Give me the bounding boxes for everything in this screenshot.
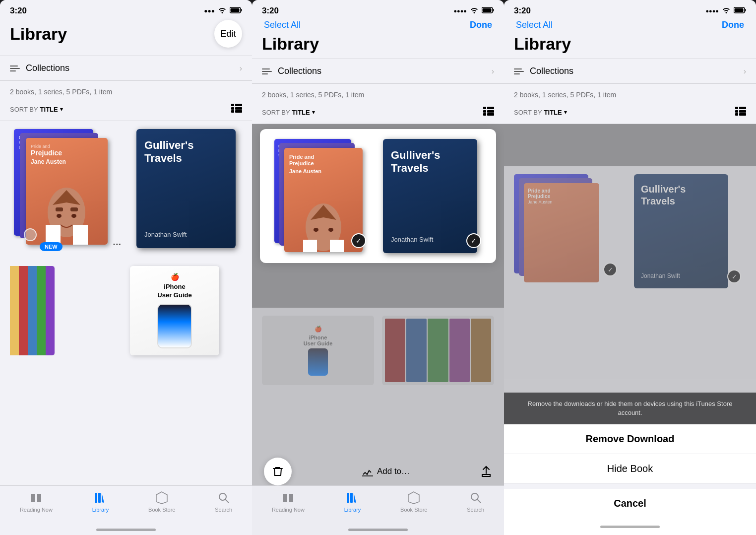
- tab-search[interactable]: Search: [215, 491, 232, 513]
- list-view-toggle-3[interactable]: [735, 107, 746, 118]
- svg-line-20: [225, 499, 229, 503]
- tab-bar-1: Reading Now Library Book Store Search: [0, 485, 252, 535]
- svg-rect-43: [735, 8, 744, 12]
- book-iphone-guide[interactable]: 🍎 iPhoneUser Guide: [130, 266, 219, 355]
- delete-button[interactable]: [264, 458, 292, 485]
- edit-button[interactable]: Edit: [214, 20, 242, 48]
- svg-rect-3: [231, 104, 234, 106]
- svg-rect-17: [95, 493, 97, 503]
- svg-rect-49: [739, 113, 746, 116]
- svg-rect-22: [493, 9, 494, 11]
- done-button-3[interactable]: Done: [722, 20, 744, 30]
- svg-rect-35: [330, 240, 344, 252]
- header-3: Select All Done Library: [504, 20, 756, 59]
- svg-rect-37: [347, 493, 349, 503]
- select-circle-pride[interactable]: [24, 228, 37, 241]
- svg-rect-28: [483, 113, 486, 116]
- tab-bookstore-2[interactable]: Book Store: [400, 491, 427, 513]
- book-pride-selected[interactable]: DreamP...Si... Pride andPrejudice Jane A…: [270, 139, 373, 253]
- signal-icon-2: ●●●●: [453, 8, 467, 14]
- select-all-button-2[interactable]: Select All: [264, 20, 301, 30]
- more-dots-pride[interactable]: ···: [113, 239, 121, 250]
- share-button[interactable]: [480, 466, 492, 477]
- cancel-button[interactable]: Cancel: [504, 489, 756, 518]
- svg-rect-38: [350, 493, 353, 503]
- svg-point-14: [71, 214, 76, 218]
- chevron-right-1: ›: [240, 64, 242, 73]
- svg-rect-2: [231, 8, 240, 12]
- svg-rect-34: [303, 240, 317, 252]
- svg-point-13: [57, 214, 62, 218]
- tab-reading-now-label: Reading Now: [20, 507, 53, 513]
- book-item-gulliver[interactable]: Gulliver'sTravels Jonathan Swift: [130, 129, 242, 248]
- book-cover-gulliver: Gulliver'sTravels Jonathan Swift: [136, 129, 236, 248]
- status-time-1: 3:20: [10, 6, 27, 16]
- tab-library-2[interactable]: Library: [344, 491, 361, 513]
- tab-library[interactable]: Library: [92, 491, 109, 513]
- action-sheet-hint: Remove the downloads or hide them on dev…: [504, 393, 756, 424]
- remove-download-button[interactable]: Remove Download: [504, 424, 756, 454]
- tab-search-2[interactable]: Search: [467, 491, 484, 513]
- svg-line-40: [477, 499, 481, 503]
- svg-rect-18: [98, 493, 101, 503]
- library-info-1: 2 books, 1 series, 5 PDFs, 1 item: [0, 81, 252, 100]
- list-view-toggle-2[interactable]: [483, 107, 494, 118]
- battery-icon: [230, 6, 242, 15]
- tab-reading-now-2[interactable]: Reading Now: [272, 491, 305, 513]
- svg-rect-1: [241, 9, 242, 11]
- svg-rect-48: [735, 113, 738, 116]
- books-grid-1: DreamP...Si... Pride and Prejudice Jane …: [0, 121, 252, 256]
- tab-bookstore-label: Book Store: [148, 507, 175, 513]
- collections-row-2[interactable]: Collections ›: [252, 59, 504, 84]
- check-badge-gulliver[interactable]: ✓: [466, 233, 481, 248]
- add-to-button[interactable]: Add to…: [362, 466, 410, 477]
- hide-book-button[interactable]: Hide Book: [504, 454, 756, 484]
- collections-row-3[interactable]: Collections ›: [504, 59, 756, 84]
- wifi-icon-2: [470, 6, 479, 15]
- library-info-3: 2 books, 1 series, 5 PDFs, 1 item: [504, 84, 756, 103]
- iphone-screenshot: [157, 304, 192, 348]
- select-all-button-3[interactable]: Select All: [516, 20, 553, 30]
- book-gulliver-selected[interactable]: Gulliver'sTravels Jonathan Swift ✓: [383, 139, 486, 253]
- collections-label-3: Collections: [530, 66, 573, 76]
- svg-rect-7: [231, 110, 234, 113]
- tab-reading-now[interactable]: Reading Now: [20, 491, 53, 513]
- iphone-guide-title: iPhoneUser Guide: [157, 283, 191, 300]
- svg-rect-45: [739, 107, 746, 109]
- tab-library-label: Library: [92, 507, 109, 513]
- book-item-pride[interactable]: DreamP...Si... Pride and Prejudice Jane …: [10, 129, 122, 248]
- library-title-1: Library: [10, 24, 67, 44]
- library-title-3: Library: [514, 34, 571, 53]
- check-badge-pride[interactable]: ✓: [351, 233, 366, 248]
- battery-icon-2: [482, 6, 494, 15]
- svg-rect-26: [483, 110, 486, 113]
- status-icons-2: ●●●●: [453, 6, 494, 15]
- tab-bookstore[interactable]: Book Store: [148, 491, 175, 513]
- partial-book: [10, 266, 55, 355]
- svg-rect-47: [739, 110, 746, 113]
- svg-rect-44: [735, 107, 738, 109]
- chevron-right-2: ›: [492, 67, 494, 76]
- sort-label-2[interactable]: SORT BY TITLE ▾: [262, 109, 315, 116]
- done-button-2[interactable]: Done: [470, 20, 492, 30]
- status-icons-3: ●●●●: [705, 6, 746, 15]
- header-1: Library Edit: [0, 20, 252, 56]
- signal-icon-3: ●●●●: [705, 8, 719, 14]
- sort-row-1: SORT BY TITLE ▾: [0, 100, 252, 121]
- gulliver-title-2: Gulliver'sTravels: [391, 149, 469, 175]
- chevron-right-3: ›: [744, 67, 746, 76]
- menu-icon-3: [514, 68, 524, 74]
- panel-2: 3:20 ●●●● Select All Done Library: [252, 0, 504, 535]
- svg-rect-16: [73, 225, 88, 245]
- apple-logo: 🍎: [171, 273, 179, 281]
- panel-3: 3:20 ●●●● Select All Done Library: [504, 0, 756, 535]
- sort-label-1[interactable]: SORT BY TITLE ▾: [10, 106, 63, 113]
- svg-rect-11: [56, 207, 63, 211]
- svg-rect-4: [235, 104, 242, 106]
- tab-bar-2: Reading Now Library Book Store Search: [252, 485, 504, 535]
- sort-label-3[interactable]: SORT BY TITLE ▾: [514, 109, 567, 116]
- svg-rect-8: [235, 110, 242, 113]
- list-view-toggle-1[interactable]: [231, 104, 242, 115]
- collections-row-1[interactable]: Collections ›: [0, 56, 252, 81]
- status-bar-2: 3:20 ●●●●: [252, 0, 504, 20]
